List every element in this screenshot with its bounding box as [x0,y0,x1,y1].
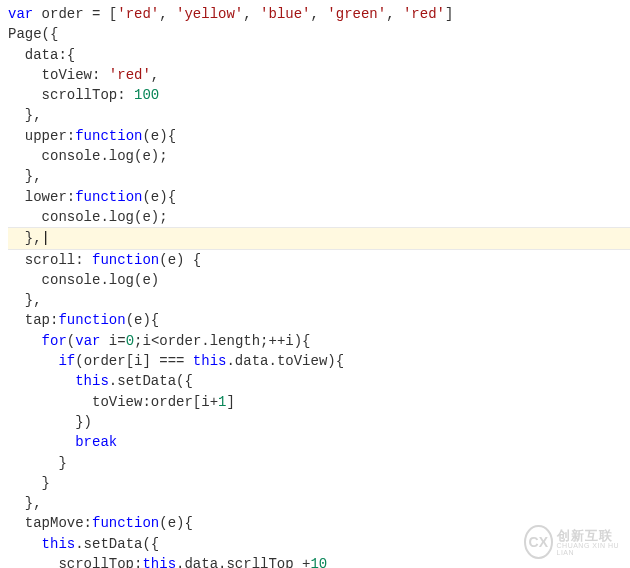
code-token: ] [226,394,234,410]
code-token: }, [8,230,42,246]
code-token: .setData({ [109,373,193,389]
code-token: (e){ [159,515,193,531]
code-token: , [386,6,403,22]
code-token: this [142,556,176,568]
code-token: console.log(e); [8,209,168,225]
code-token: }, [8,168,42,184]
code-token [8,333,42,349]
code-token: .data.toView){ [226,353,344,369]
code-token: .data.scrllTop + [176,556,310,568]
code-token: function [92,252,159,268]
code-line: }, [8,493,630,513]
code-token: data:{ [8,47,75,63]
watermark-en: CHUANG XIN HU LIAN [557,542,624,556]
code-line: for(var i=0;i<order.length;++i){ [8,331,630,351]
code-token [8,536,42,552]
code-token: 'red' [403,6,445,22]
code-token: , [243,6,260,22]
code-block: var order = ['red', 'yellow', 'blue', 'g… [8,4,630,568]
code-line: },| [8,227,630,249]
code-line: } [8,453,630,473]
code-token: }) [8,414,92,430]
code-token: } [8,475,50,491]
code-token: break [75,434,117,450]
code-token: this [193,353,227,369]
code-token: console.log(e); [8,148,168,164]
code-token: (e){ [126,312,160,328]
code-token: toView:order[i+ [8,394,218,410]
code-token: upper: [8,128,75,144]
code-token: | [42,230,50,246]
code-token: function [92,515,159,531]
code-token: if [58,353,75,369]
code-token: }, [8,107,42,123]
code-token: console.log(e) [8,272,159,288]
code-token: ] [445,6,453,22]
code-token: 'blue' [260,6,310,22]
code-line: scroll: function(e) { [8,250,630,270]
code-token: function [75,189,142,205]
code-token: (e) { [159,252,201,268]
code-line: if(order[i] === this.data.toView){ [8,351,630,371]
code-token [8,373,75,389]
code-line: }, [8,166,630,186]
code-token: 100 [134,87,159,103]
watermark: CX 创新互联 CHUANG XIN HU LIAN [524,522,624,562]
code-line: upper:function(e){ [8,126,630,146]
code-token: lower: [8,189,75,205]
code-token: function [75,128,142,144]
code-line: Page({ [8,24,630,44]
code-line: console.log(e) [8,270,630,290]
code-line: lower:function(e){ [8,187,630,207]
watermark-logo-icon: CX [524,525,553,559]
code-token: } [8,455,67,471]
code-token: 0 [126,333,134,349]
code-line: scrollTop: 100 [8,85,630,105]
code-token: i= [100,333,125,349]
code-token: var [8,6,33,22]
code-line: toView:order[i+1] [8,392,630,412]
watermark-text: 创新互联 CHUANG XIN HU LIAN [557,529,624,556]
code-token: var [75,333,100,349]
code-token: }, [8,292,42,308]
code-token: order = [ [33,6,117,22]
code-token: Page({ [8,26,58,42]
code-token: scrollTop: [8,556,142,568]
code-line: toView: 'red', [8,65,630,85]
code-token: 'green' [327,6,386,22]
code-token: scroll: [8,252,92,268]
code-line: } [8,473,630,493]
code-line: }, [8,290,630,310]
code-token: (order[i] === [75,353,193,369]
code-token: for [42,333,67,349]
watermark-logo-text: CX [529,532,548,552]
code-token: , [159,6,176,22]
code-line: console.log(e); [8,146,630,166]
code-line: tap:function(e){ [8,310,630,330]
code-token [8,353,58,369]
code-token: 10 [310,556,327,568]
code-line: }, [8,105,630,125]
code-line: break [8,432,630,452]
code-token: 'red' [109,67,151,83]
code-line: this.setData({ [8,371,630,391]
code-token: this [42,536,76,552]
code-token: function [58,312,125,328]
code-line: var order = ['red', 'yellow', 'blue', 'g… [8,4,630,24]
code-token: (e){ [142,128,176,144]
code-token: 'yellow' [176,6,243,22]
code-line: data:{ [8,45,630,65]
code-token: tap: [8,312,58,328]
code-token: this [75,373,109,389]
code-token: .setData({ [75,536,159,552]
code-token: toView: [8,67,109,83]
code-token: tapMove: [8,515,92,531]
code-token: scrollTop: [8,87,134,103]
code-token: , [151,67,159,83]
code-token: ( [67,333,75,349]
code-token: , [311,6,328,22]
code-token: 'red' [117,6,159,22]
code-token: (e){ [142,189,176,205]
watermark-cn: 创新互联 [557,529,624,542]
code-token: }, [8,495,42,511]
